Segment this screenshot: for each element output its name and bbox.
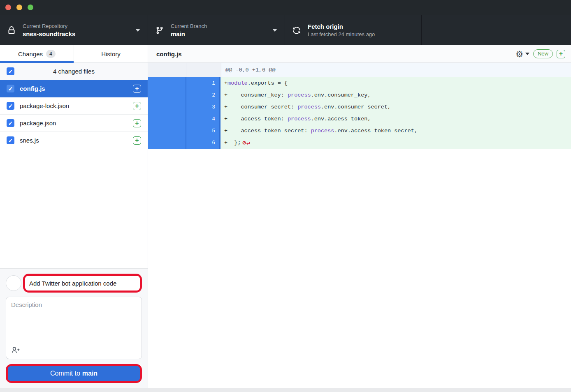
diff-gutter-new-line-number[interactable]: 2 <box>186 89 221 101</box>
file-status-added-icon <box>133 102 141 110</box>
diff-gutter-old-line-number[interactable] <box>148 101 186 113</box>
tab-changes[interactable]: Changes 4 <box>0 45 74 62</box>
diff-line: 4+ access_token: process.env.access_toke… <box>148 113 571 125</box>
added-file-icon <box>557 50 565 58</box>
diff-code-line: + consumer_key: process.env.consumer_key… <box>221 89 571 101</box>
sidebar-spacer <box>0 149 148 268</box>
diff-file-title: config.js <box>156 51 515 58</box>
fetch-origin-subtitle: Last fetched 24 minutes ago <box>308 31 414 37</box>
file-name: snes.js <box>20 137 133 144</box>
titlebar <box>0 0 571 15</box>
diff-line: 1+module.exports = { <box>148 77 571 89</box>
diff-gutter-new-line-number[interactable]: 4 <box>186 113 221 125</box>
hunk-gutter-old <box>148 63 186 77</box>
chevron-down-icon <box>135 29 140 32</box>
changed-files-header: 4 changed files <box>0 63 148 80</box>
diff-gutter-old-line-number[interactable] <box>148 89 186 101</box>
commit-summary-input[interactable]: Add Twitter bot application code <box>25 276 140 291</box>
minimize-button[interactable] <box>16 5 22 10</box>
diff-code-line: + consumer_secret: process.env.consumer_… <box>221 101 571 113</box>
main-content: Changes 4 History 4 changed files config… <box>0 45 571 388</box>
diff-line: 2+ consumer_key: process.env.consumer_ke… <box>148 89 571 101</box>
git-branch-icon <box>156 26 165 35</box>
file-status-added-icon <box>133 136 141 145</box>
file-row-package-json[interactable]: package.json <box>0 115 148 132</box>
current-branch-label: Current Branch <box>171 23 269 29</box>
diff-gutter-new-line-number[interactable]: 3 <box>186 101 221 113</box>
changes-count-badge: 4 <box>46 50 56 58</box>
file-checkbox[interactable] <box>7 119 14 127</box>
diff-gutter-new-line-number[interactable]: 6 <box>186 137 221 149</box>
commit-button-prefix: Commit to <box>50 370 80 377</box>
diff-gutter-old-line-number[interactable] <box>148 77 186 89</box>
diff-options-dropdown[interactable]: ⚙ <box>515 50 529 58</box>
lock-icon <box>7 26 16 35</box>
diff-gutter-old-line-number[interactable] <box>148 125 186 137</box>
file-name: package.json <box>20 120 133 127</box>
zoom-button[interactable] <box>28 5 33 10</box>
github-desktop-window: Current Repository snes-soundtracks Curr… <box>0 0 571 392</box>
diff-gutter-old-line-number[interactable] <box>148 137 186 149</box>
current-repository-value: snes-soundtracks <box>23 30 132 37</box>
current-repository-dropdown[interactable]: Current Repository snes-soundtracks <box>0 15 148 45</box>
diff-gutter-new-line-number[interactable]: 5 <box>186 125 221 137</box>
file-row-snes-js[interactable]: snes.js <box>0 132 148 149</box>
gear-icon: ⚙ <box>515 50 523 58</box>
diff-line: 5+ access_token_secret: process.env.acce… <box>148 125 571 137</box>
file-checkbox[interactable] <box>7 102 14 110</box>
current-repository-label: Current Repository <box>23 23 132 29</box>
chevron-down-icon <box>272 29 277 32</box>
close-button[interactable] <box>5 5 11 10</box>
diff-code-line: + access_token_secret: process.env.acces… <box>221 125 571 137</box>
add-coauthor-icon[interactable] <box>11 346 21 355</box>
hunk-header-text: @@ -0,0 +1,6 @@ <box>221 63 571 77</box>
current-branch-value: main <box>171 30 269 37</box>
diff-pane: config.js ⚙ New @@ -0,0 +1,6 @@ 1+module… <box>148 45 571 388</box>
commit-summary-row: Add Twitter bot application code <box>6 274 142 293</box>
description-placeholder: Description <box>11 301 42 308</box>
current-branch-dropdown[interactable]: Current Branch main <box>148 15 285 45</box>
file-checkbox[interactable] <box>7 85 14 92</box>
diff-gutter-old-line-number[interactable] <box>148 113 186 125</box>
window-bottom-edge <box>0 388 571 392</box>
diff-code-line: + access_token: process.env.access_token… <box>221 113 571 125</box>
file-name: config.js <box>20 85 133 92</box>
file-row-config-js[interactable]: config.js <box>0 80 148 97</box>
summary-annotation-ring: Add Twitter bot application code <box>23 274 142 293</box>
commit-description-input[interactable]: Description <box>6 297 142 359</box>
diff-body: @@ -0,0 +1,6 @@ 1+module.exports = {2+ c… <box>148 63 571 388</box>
traffic-lights <box>5 5 33 10</box>
diff-line: 6+ };⊘↵ <box>148 137 571 149</box>
diff-gutter-new-line-number[interactable]: 1 <box>186 77 221 89</box>
commit-form: Add Twitter bot application code Descrip… <box>0 268 148 388</box>
new-file-badge: New <box>533 49 553 58</box>
sync-icon <box>292 26 302 35</box>
changed-files-summary: 4 changed files <box>0 68 148 75</box>
diff-lines: 1+module.exports = {2+ consumer_key: pro… <box>148 77 571 149</box>
commit-annotation-ring: Commit to main <box>6 364 142 383</box>
hunk-header-row: @@ -0,0 +1,6 @@ <box>148 63 571 77</box>
file-name: package-lock.json <box>20 102 133 109</box>
sidebar-tabs: Changes 4 History <box>0 45 148 63</box>
diff-code-line: + };⊘↵ <box>221 137 571 149</box>
commit-button-branch: main <box>82 370 97 377</box>
file-checkbox[interactable] <box>7 136 14 144</box>
tab-history[interactable]: History <box>74 45 148 62</box>
diff-line: 3+ consumer_secret: process.env.consumer… <box>148 101 571 113</box>
avatar <box>6 275 21 291</box>
diff-code-line: +module.exports = { <box>221 77 571 89</box>
fetch-origin-button[interactable]: Fetch origin Last fetched 24 minutes ago <box>285 15 422 45</box>
diff-actions: ⚙ New <box>515 49 565 58</box>
tab-history-label: History <box>101 51 121 58</box>
hunk-gutter-new <box>186 63 221 77</box>
chevron-down-icon <box>525 53 529 55</box>
tab-changes-label: Changes <box>18 51 43 58</box>
sidebar: Changes 4 History 4 changed files config… <box>0 45 148 388</box>
file-status-added-icon <box>133 85 141 93</box>
file-status-added-icon <box>133 119 141 127</box>
fetch-origin-title: Fetch origin <box>308 23 414 30</box>
file-row-package-lock-json[interactable]: package-lock.json <box>0 97 148 115</box>
commit-button[interactable]: Commit to main <box>8 366 140 381</box>
diff-header: config.js ⚙ New <box>148 45 571 63</box>
toolbar: Current Repository snes-soundtracks Curr… <box>0 15 571 45</box>
